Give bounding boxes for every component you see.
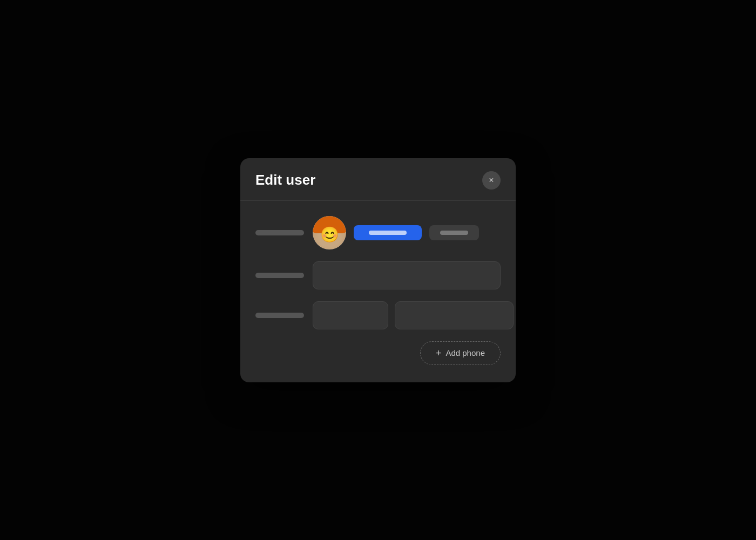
modal-overlay: Edit user × [0, 0, 756, 540]
plus-icon: + [436, 348, 442, 358]
avatar-label-bar [255, 230, 304, 235]
close-icon: × [489, 176, 494, 185]
add-phone-button[interactable]: + Add phone [420, 341, 501, 365]
name-form-row [255, 261, 501, 289]
modal-header: Edit user × [240, 158, 516, 201]
upload-photo-button[interactable] [354, 225, 422, 240]
add-phone-label: Add phone [446, 348, 485, 357]
phone-number-input[interactable] [395, 301, 514, 329]
avatar [313, 216, 346, 249]
upload-button-bar [369, 231, 407, 235]
remove-photo-button[interactable] [429, 225, 479, 240]
avatar-form-row [255, 216, 501, 249]
avatar-row [313, 216, 479, 249]
modal-title: Edit user [255, 172, 315, 188]
edit-user-modal: Edit user × [240, 158, 516, 382]
close-button[interactable]: × [482, 171, 501, 190]
remove-button-bar [440, 231, 468, 235]
phone-inputs [313, 301, 514, 329]
name-input[interactable] [313, 261, 501, 289]
name-label-bar [255, 273, 304, 278]
phone-prefix-input[interactable] [313, 301, 388, 329]
add-phone-row: + Add phone [255, 341, 501, 365]
modal-body: + Add phone [240, 201, 516, 382]
phone-form-row [255, 301, 501, 329]
avatar-image [313, 216, 346, 249]
phone-label-bar [255, 313, 304, 318]
